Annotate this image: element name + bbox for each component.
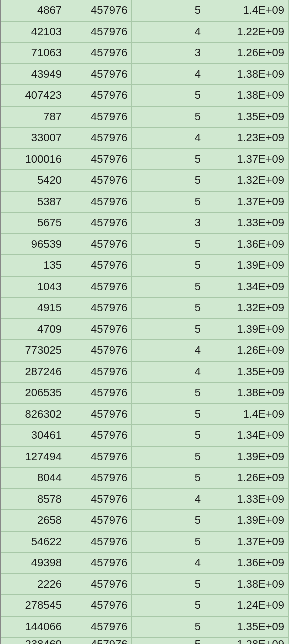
table-row[interactable]: 804445797651.26E+09 [0, 468, 289, 489]
cell[interactable]: 457976 [66, 446, 132, 468]
cell[interactable]: 127494 [0, 446, 66, 468]
cell[interactable]: 457976 [66, 383, 132, 404]
cell[interactable]: 43949 [0, 64, 66, 85]
cell[interactable]: 1.34E+09 [206, 276, 289, 298]
cell[interactable]: 49398 [0, 553, 66, 574]
cell[interactable]: 1.28E+09 [206, 638, 289, 644]
cell[interactable]: 5 [168, 638, 206, 644]
table-row[interactable]: 3046145797651.34E+09 [0, 425, 289, 446]
cell[interactable]: 457976 [66, 64, 132, 85]
table-row[interactable]: 20653545797651.38E+09 [0, 382, 289, 404]
table-row[interactable]: 470945797651.39E+09 [0, 319, 289, 340]
cell[interactable]: 1043 [0, 276, 66, 298]
cell[interactable]: 457976 [66, 532, 132, 552]
cell[interactable]: 8044 [0, 468, 66, 489]
cell[interactable]: 457976 [66, 192, 132, 212]
cell[interactable]: 5 [168, 532, 206, 552]
cell[interactable]: 278545 [0, 596, 66, 616]
cell[interactable]: 1.26E+09 [206, 340, 289, 362]
cell[interactable] [132, 340, 168, 362]
cell[interactable]: 5 [168, 234, 206, 255]
cell[interactable]: 1.38E+09 [206, 64, 289, 85]
cell[interactable]: 5 [168, 106, 206, 128]
table-row[interactable]: 486745797651.4E+09 [0, 0, 289, 22]
table-row[interactable]: 4210345797641.22E+09 [0, 22, 289, 43]
cell[interactable] [132, 106, 168, 128]
cell[interactable]: 457976 [66, 128, 132, 149]
cell[interactable] [132, 149, 168, 170]
cell[interactable] [132, 426, 168, 446]
cell[interactable]: 1.32E+09 [206, 170, 289, 192]
cell[interactable]: 54622 [0, 532, 66, 552]
table-row[interactable]: 857845797641.33E+09 [0, 489, 289, 510]
cell[interactable]: 71063 [0, 43, 66, 64]
cell[interactable] [132, 276, 168, 298]
cell[interactable]: 5 [168, 298, 206, 319]
spreadsheet-table[interactable]: 486745797651.4E+094210345797641.22E+0971… [0, 0, 289, 644]
cell[interactable]: 457976 [66, 596, 132, 616]
cell[interactable]: 1.35E+09 [206, 616, 289, 638]
cell[interactable]: 1.23E+09 [206, 128, 289, 149]
cell[interactable]: 457976 [66, 319, 132, 340]
cell[interactable]: 457976 [66, 22, 132, 42]
cell[interactable] [132, 510, 168, 532]
cell[interactable]: 457976 [66, 213, 132, 234]
table-row[interactable]: 542045797651.32E+09 [0, 170, 289, 192]
cell[interactable] [132, 319, 168, 340]
cell[interactable]: 773025 [0, 340, 66, 362]
cell[interactable] [132, 43, 168, 64]
cell[interactable]: 457976 [66, 426, 132, 446]
cell[interactable]: 4 [168, 64, 206, 85]
table-row[interactable]: 104345797651.34E+09 [0, 276, 289, 298]
cell[interactable]: 5 [168, 86, 206, 106]
cell[interactable]: 5 [168, 446, 206, 468]
cell[interactable] [132, 489, 168, 510]
cell[interactable]: 457976 [66, 340, 132, 362]
cell[interactable]: 287246 [0, 362, 66, 382]
cell[interactable] [132, 0, 168, 22]
cell[interactable] [132, 170, 168, 192]
cell[interactable]: 457976 [66, 106, 132, 128]
cell[interactable]: 42103 [0, 22, 66, 42]
cell[interactable]: 238469 [0, 638, 66, 644]
cell[interactable]: 1.39E+09 [206, 446, 289, 468]
cell[interactable]: 4 [168, 489, 206, 510]
cell[interactable]: 457976 [66, 553, 132, 574]
cell[interactable]: 4709 [0, 319, 66, 340]
cell[interactable]: 1.24E+09 [206, 596, 289, 616]
cell[interactable]: 1.38E+09 [206, 574, 289, 595]
table-row[interactable]: 7106345797631.26E+09 [0, 42, 289, 64]
cell[interactable]: 5 [168, 468, 206, 489]
cell[interactable]: 96539 [0, 234, 66, 255]
cell[interactable]: 4 [168, 22, 206, 42]
cell[interactable]: 100016 [0, 149, 66, 170]
cell[interactable]: 5 [168, 170, 206, 192]
table-row[interactable]: 538745797651.37E+09 [0, 192, 289, 213]
table-row[interactable]: 4939845797641.36E+09 [0, 552, 289, 574]
cell[interactable]: 1.39E+09 [206, 319, 289, 340]
table-row[interactable]: 5462245797651.37E+09 [0, 532, 289, 553]
cell[interactable]: 1.37E+09 [206, 532, 289, 552]
cell[interactable] [132, 213, 168, 234]
cell[interactable]: 5 [168, 574, 206, 595]
cell[interactable]: 4 [168, 362, 206, 382]
table-row[interactable]: 222645797651.38E+09 [0, 574, 289, 596]
table-row[interactable]: 3300745797641.23E+09 [0, 128, 289, 149]
cell[interactable] [132, 383, 168, 404]
cell[interactable]: 135 [0, 256, 66, 276]
cell[interactable]: 4915 [0, 298, 66, 319]
cell[interactable] [132, 574, 168, 595]
cell[interactable]: 1.35E+09 [206, 106, 289, 128]
cell[interactable] [132, 192, 168, 212]
cell[interactable] [132, 553, 168, 574]
table-row[interactable]: 9653945797651.36E+09 [0, 234, 289, 256]
cell[interactable]: 2658 [0, 510, 66, 532]
cell[interactable]: 407423 [0, 86, 66, 106]
cell[interactable]: 1.33E+09 [206, 489, 289, 510]
cell[interactable]: 457976 [66, 43, 132, 64]
cell[interactable]: 5 [168, 596, 206, 616]
table-row[interactable]: 78745797651.35E+09 [0, 106, 289, 128]
cell[interactable]: 206535 [0, 383, 66, 404]
table-row[interactable]: 40742345797651.38E+09 [0, 85, 289, 106]
table-row[interactable]: 567545797631.33E+09 [0, 212, 289, 234]
